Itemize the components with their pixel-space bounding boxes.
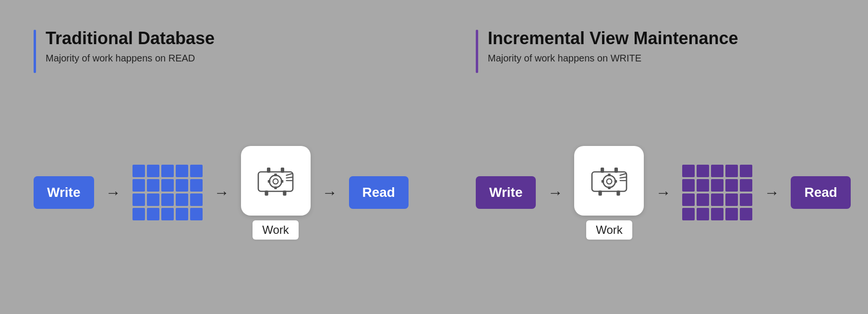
svg-rect-21 [601,168,604,173]
svg-line-10 [287,177,293,178]
svg-rect-22 [615,168,618,173]
grid-cell [176,179,188,192]
grid-cell [133,208,145,220]
svg-rect-27 [616,191,620,196]
left-arrow-3: → [322,184,338,202]
grid-cell [682,208,695,220]
grid-cell [697,179,709,192]
left-work-label: Work [253,220,299,240]
grid-cell [697,193,709,206]
grid-cell [740,179,752,192]
left-engine-wrapper: Work [241,146,311,240]
grid-cell [161,193,174,206]
right-engine-box [574,146,644,216]
grid-cell [682,165,695,177]
right-arrow-3: → [764,184,779,202]
svg-rect-7 [267,168,270,173]
grid-cell [190,165,203,177]
svg-rect-3 [274,174,277,176]
right-panel-title: Incremental View Maintenance [488,29,738,48]
grid-cell [711,193,723,206]
grid-cell [147,179,159,192]
grid-cell [176,208,188,220]
right-diagram: Write → [476,90,851,295]
svg-rect-8 [281,168,284,173]
grid-cell [176,165,188,177]
main-container: Traditional Database Majority of work ha… [0,0,868,314]
svg-point-16 [607,179,612,184]
right-panel: Incremental View Maintenance Majority of… [437,0,868,314]
left-read-button[interactable]: Read [349,176,409,209]
grid-cell [740,193,752,206]
grid-cell [147,165,159,177]
right-write-button[interactable]: Write [476,176,536,209]
grid-cell [190,179,203,192]
grid-cell [133,179,145,192]
svg-rect-4 [274,187,277,189]
svg-rect-18 [608,187,610,189]
grid-cell [697,165,709,177]
svg-point-15 [603,175,615,187]
grid-cell [190,193,203,206]
right-title-group: Incremental View Maintenance Majority of… [488,29,738,64]
grid-cell [725,179,738,192]
grid-cell [725,165,738,177]
left-write-button[interactable]: Write [34,176,94,209]
grid-cell [740,208,752,220]
right-panel-subtitle: Majority of work happens on WRITE [488,53,738,64]
left-grid [133,165,203,220]
left-arrow-2: → [214,184,229,202]
grid-cell [725,193,738,206]
grid-cell [711,208,723,220]
left-engine-box [241,146,311,216]
svg-rect-26 [598,191,602,196]
svg-rect-13 [283,191,286,196]
svg-line-24 [620,177,627,178]
left-panel-header: Traditional Database Majority of work ha… [34,29,409,73]
grid-cell [682,179,695,192]
grid-cell [147,208,159,220]
left-panel-title: Traditional Database [46,29,215,48]
svg-rect-19 [602,180,604,182]
grid-cell [133,165,145,177]
right-arrow-2: → [655,184,671,202]
grid-cell [147,193,159,206]
grid-cell [711,165,723,177]
left-arrow-1: → [106,184,121,202]
right-work-label: Work [586,220,632,240]
right-panel-header: Incremental View Maintenance Majority of… [476,29,851,73]
svg-rect-5 [268,180,270,182]
svg-rect-12 [265,191,268,196]
svg-rect-6 [281,180,283,182]
grid-cell [682,193,695,206]
grid-cell [133,193,145,206]
svg-rect-17 [608,174,610,176]
right-engine-icon [588,159,631,202]
right-read-button[interactable]: Read [791,176,850,209]
grid-cell [190,208,203,220]
grid-cell [725,208,738,220]
right-arrow-1: → [547,184,563,202]
grid-cell [697,208,709,220]
grid-cell [711,179,723,192]
svg-point-1 [269,175,281,187]
grid-cell [161,208,174,220]
svg-line-23 [620,174,626,176]
svg-rect-20 [615,180,617,182]
right-grid [682,165,752,220]
right-accent-bar [476,30,478,73]
svg-line-9 [287,174,292,176]
left-accent-bar [34,30,36,73]
right-engine-wrapper: Work [574,146,644,240]
left-title-group: Traditional Database Majority of work ha… [46,29,215,64]
grid-cell [161,179,174,192]
grid-cell [161,165,174,177]
left-panel-subtitle: Majority of work happens on READ [46,53,215,64]
svg-point-2 [273,179,278,184]
left-engine-icon [254,159,297,202]
left-panel: Traditional Database Majority of work ha… [0,0,437,314]
grid-cell [740,165,752,177]
left-diagram: Write → → [34,90,409,295]
grid-cell [176,193,188,206]
